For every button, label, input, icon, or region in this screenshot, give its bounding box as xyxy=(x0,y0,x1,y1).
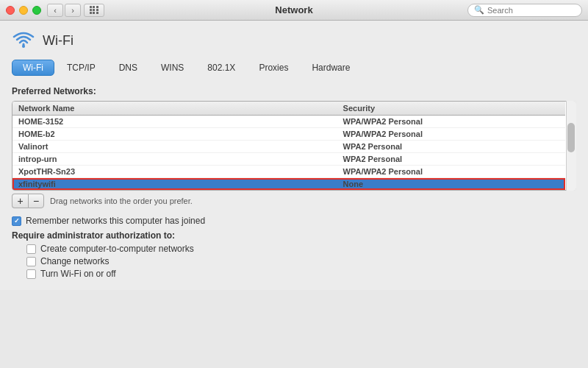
options-section: ✓ Remember networks this computer has jo… xyxy=(12,216,576,279)
search-icon: 🔍 xyxy=(474,5,484,15)
computer-to-computer-checkbox[interactable] xyxy=(26,244,36,254)
tab-8021x[interactable]: 802.1X xyxy=(196,60,246,76)
table-row[interactable]: Valinort WPA2 Personal xyxy=(12,141,565,153)
tab-wifi[interactable]: Wi-Fi xyxy=(12,60,54,76)
add-network-button[interactable]: + xyxy=(12,194,28,208)
remember-networks-checkbox[interactable]: ✓ xyxy=(12,216,21,226)
sub-option-computer-to-computer[interactable]: Create computer-to-computer networks xyxy=(26,244,576,254)
scrollbar-thumb[interactable] xyxy=(567,123,575,152)
remember-networks-label: Remember networks this computer has join… xyxy=(26,216,205,226)
drag-hint: Drag networks into the order you prefer. xyxy=(50,197,193,205)
preferred-networks-label: Preferred Networks: xyxy=(12,86,576,96)
network-name: xfinitywifi xyxy=(18,180,343,188)
network-security: WPA/WPA2 Personal xyxy=(343,117,559,126)
tab-wins[interactable]: WINS xyxy=(150,60,195,76)
tab-dns[interactable]: DNS xyxy=(108,60,148,76)
network-security: WPA2 Personal xyxy=(343,155,559,163)
sub-option-change-networks[interactable]: Change networks xyxy=(26,256,576,266)
grid-button[interactable] xyxy=(84,4,104,17)
grid-icon xyxy=(90,6,98,14)
svg-point-0 xyxy=(22,45,25,48)
traffic-lights xyxy=(6,6,41,15)
networks-table: Network Name Security HOME-3152 WPA/WPA2… xyxy=(12,101,576,191)
tab-proxies[interactable]: Proxies xyxy=(248,60,299,76)
forward-button[interactable]: › xyxy=(65,4,81,17)
network-security: WPA/WPA2 Personal xyxy=(343,167,559,176)
networks-wrapper: Network Name Security HOME-3152 WPA/WPA2… xyxy=(12,101,576,208)
table-header: Network Name Security xyxy=(12,102,565,116)
require-auth-label: Require administrator authorization to: xyxy=(12,230,576,241)
sub-options: Create computer-to-computer networks Cha… xyxy=(26,244,576,279)
forward-icon: › xyxy=(71,6,74,15)
wifi-on-off-checkbox[interactable] xyxy=(26,269,36,279)
remember-networks-row[interactable]: ✓ Remember networks this computer has jo… xyxy=(12,216,576,226)
network-security: WPA2 Personal xyxy=(343,142,559,151)
network-security: None xyxy=(343,180,559,188)
change-networks-label: Change networks xyxy=(40,256,109,266)
main-content: Wi-Fi Wi-Fi TCP/IP DNS WINS 802.1X Proxi… xyxy=(0,21,588,290)
tab-hardware[interactable]: Hardware xyxy=(301,60,361,76)
col-header-network: Network Name xyxy=(18,104,343,113)
table-row[interactable]: HOME-3152 WPA/WPA2 Personal xyxy=(12,116,565,128)
table-row[interactable]: HOME-b2 WPA/WPA2 Personal xyxy=(12,128,565,141)
wifi-title: Wi-Fi xyxy=(43,33,74,49)
wifi-header: Wi-Fi xyxy=(12,29,576,52)
table-row[interactable]: XpotTHR-Sn23 WPA/WPA2 Personal xyxy=(12,166,565,178)
col-header-security: Security xyxy=(343,104,559,113)
wifi-icon xyxy=(12,29,35,52)
tab-bar: Wi-Fi TCP/IP DNS WINS 802.1X Proxies Har… xyxy=(12,60,576,76)
table-row-selected[interactable]: xfinitywifi None xyxy=(12,178,565,190)
window-title: Network xyxy=(275,4,312,15)
networks-container: Network Name Security HOME-3152 WPA/WPA2… xyxy=(12,101,576,191)
search-input[interactable] xyxy=(487,6,576,15)
back-icon: ‹ xyxy=(54,6,57,15)
scrollbar-track[interactable] xyxy=(566,101,576,191)
network-name: Valinort xyxy=(18,142,343,151)
table-toolbar: + − Drag networks into the order you pre… xyxy=(12,194,576,208)
sub-option-wifi-on-off[interactable]: Turn Wi-Fi on or off xyxy=(26,269,576,279)
network-name: HOME-b2 xyxy=(18,130,343,138)
title-bar: ‹ › Network 🔍 xyxy=(0,0,588,21)
search-box[interactable]: 🔍 xyxy=(467,4,582,17)
computer-to-computer-label: Create computer-to-computer networks xyxy=(40,244,194,254)
table-row[interactable]: introp-urn WPA2 Personal xyxy=(12,153,565,166)
checkmark-icon: ✓ xyxy=(14,217,20,224)
network-name: introp-urn xyxy=(18,155,343,163)
close-button[interactable] xyxy=(6,6,15,15)
network-name: HOME-3152 xyxy=(18,117,343,126)
network-name: XpotTHR-Sn23 xyxy=(18,167,343,176)
network-security: WPA/WPA2 Personal xyxy=(343,130,559,138)
wifi-on-off-label: Turn Wi-Fi on or off xyxy=(40,269,116,279)
nav-buttons: ‹ › xyxy=(47,4,81,17)
maximize-button[interactable] xyxy=(32,6,41,15)
remove-network-button[interactable]: − xyxy=(28,194,44,208)
back-button[interactable]: ‹ xyxy=(47,4,63,17)
tab-tcpip[interactable]: TCP/IP xyxy=(56,60,107,76)
minimize-button[interactable] xyxy=(19,6,28,15)
change-networks-checkbox[interactable] xyxy=(26,257,36,266)
